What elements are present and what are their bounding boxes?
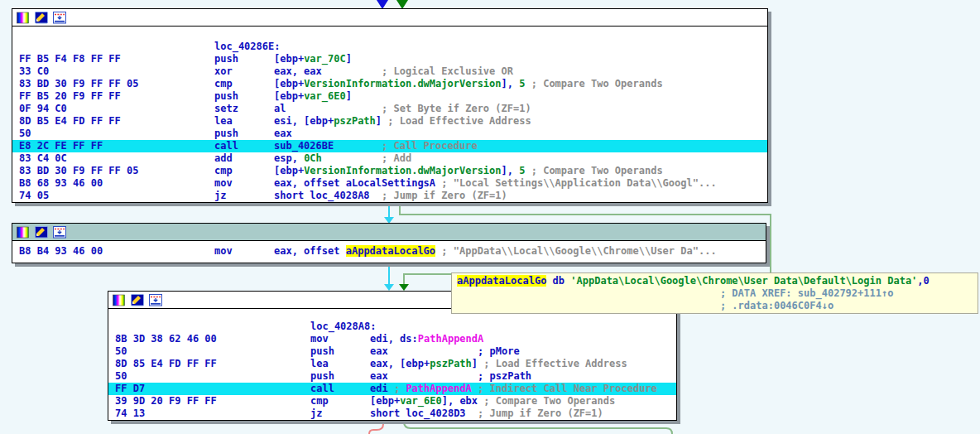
opcode-bytes: B8 68 93 46 00 (19, 177, 103, 190)
code-token: ; Compare Two Operands (483, 395, 615, 407)
node-loc_40286E: loc_40286E:FF B5 F4 F8 FF FFpush[ebp+var… (12, 8, 768, 203)
mnemonic: push (310, 345, 334, 358)
operands: eax, eax ; Logical Exclusive OR (274, 65, 513, 78)
instruction-line[interactable]: B8 B4 93 46 00moveax, offset aAppdataLoc… (12, 245, 766, 258)
operands: [ebp+VersionInformation.dwMajorVersion],… (274, 165, 663, 177)
code-token: ; Indirect Call Near Procedure (478, 383, 657, 394)
opcode-bytes: E8 2C FE FF FF (19, 140, 103, 152)
string-hint-tooltip: aAppdataLocalGo db 'AppData\Local\Google… (451, 272, 978, 314)
code-token (525, 78, 531, 89)
disassembly-listing: B8 B4 93 46 00moveax, offset aAppdataLoc… (12, 241, 766, 258)
operands: eax, [ebp+pszPath] ; Load Effective Addr… (370, 358, 627, 370)
code-token: eax, offset (274, 245, 346, 257)
mnemonic: push (214, 53, 238, 65)
code-token: [ebp+ (274, 78, 304, 89)
code-token: eax, offset aLocalSettingsA (274, 177, 435, 189)
code-token: ; Compare Two Operands (531, 78, 663, 89)
node-mov-appdata-string: B8 B4 93 46 00moveax, offset aAppdataLoc… (12, 223, 766, 263)
instruction-line[interactable]: loc_40286E: (12, 41, 767, 53)
code-token (388, 370, 478, 382)
location-label: loc_40286E: (214, 41, 280, 53)
code-token (388, 345, 478, 357)
operands: edi ; PathAppendA ; Indirect Call Near P… (370, 383, 657, 395)
code-token: esi, [ebp+ (274, 115, 334, 127)
instruction-line[interactable]: FF B5 20 F9 FF FFpush[ebp+var_6E0] (12, 90, 767, 103)
code-token (322, 152, 382, 164)
operands: [ebp+var_70C] (274, 53, 352, 65)
code-token: ; Logical Exclusive OR (382, 65, 513, 77)
code-token: al (274, 103, 286, 114)
instruction-line[interactable]: 83 C4 0Caddesp, 0Ch ; Add (12, 152, 767, 165)
edge-block3-exit-green (404, 421, 672, 434)
instruction-line[interactable]: 83 BD 30 F9 FF FF 05cmp[ebp+VersionInfor… (12, 165, 767, 177)
code-token (334, 140, 382, 152)
code-token (370, 190, 382, 201)
operands: [ebp+VersionInformation.dwMajorVersion],… (274, 78, 663, 90)
mnemonic: mov (214, 177, 233, 190)
node-title-bar[interactable] (12, 9, 767, 27)
instruction-line[interactable]: 39 9D 20 F9 FF FFcmp[ebp+var_6E0], ebx ;… (108, 395, 676, 407)
opcode-bytes: 50 (19, 128, 31, 140)
mnemonic: push (310, 370, 334, 383)
palette-icon[interactable] (17, 226, 31, 239)
code-token: esp, (274, 152, 304, 164)
instruction-line[interactable]: loc_4028A8: (108, 321, 676, 333)
edit-icon[interactable] (35, 226, 49, 239)
instruction-line[interactable]: 8B 3D 38 62 46 00movedi, ds:PathAppendA (108, 333, 676, 345)
tooltip-line: ; DATA XREF: sub_402792+111↑o (457, 287, 978, 300)
current-instruction-line[interactable]: E8 2C FE FF FFcallsub_4026BE ; Call Proc… (12, 140, 767, 152)
code-token: eax (370, 370, 388, 382)
palette-icon[interactable] (113, 294, 127, 306)
edge-block1-to-block3-arrow (399, 284, 409, 291)
instruction-line[interactable]: 83 BD 30 F9 FF FF 05cmp[ebp+VersionInfor… (12, 78, 767, 90)
instruction-line[interactable]: 8D B5 E4 FD FF FFleaesi, [ebp+pszPath] ;… (12, 115, 767, 128)
mnemonic: call (214, 140, 238, 152)
instruction-line[interactable]: 50pusheax ; pszPath (108, 370, 676, 383)
opcode-bytes: 0F 94 C0 (19, 103, 67, 115)
instruction-line[interactable]: 0F 94 C0setzal ; Set Byte if Zero (ZF=1) (12, 103, 767, 115)
code-token: ; "Local Settings\\Application Data\\Goo… (441, 177, 716, 189)
code-token: ; pMore (478, 345, 520, 357)
instruction-line[interactable]: 33 C0xoreax, eax ; Logical Exclusive OR (12, 65, 767, 78)
palette-icon[interactable] (17, 12, 31, 24)
instruction-line[interactable]: 50pusheax (12, 128, 767, 140)
code-token: ; Load Effective Address (387, 115, 531, 127)
mnemonic: setz (214, 103, 238, 115)
code-token: [ebp+ (370, 395, 400, 407)
operands: eax ; pMore (370, 345, 520, 358)
graph-icon[interactable] (53, 12, 67, 24)
instruction-line[interactable]: 74 05jzshort loc_4028A8 ; Jump if Zero (… (12, 190, 767, 202)
edge-block3-exit-red (369, 421, 383, 434)
mnemonic: add (214, 152, 233, 165)
tooltip-line: aAppdataLocalGo db 'AppData\Local\Google… (457, 275, 978, 287)
code-token: ], (502, 78, 520, 89)
code-token: ; .rdata:0046C0F4↓o (457, 300, 833, 311)
code-token: ; Compare Two Operands (531, 165, 663, 176)
edit-icon[interactable] (131, 294, 145, 306)
code-token: ; "AppData\\Local\\Google\\Chrome\\User … (441, 245, 716, 257)
node-title-bar[interactable] (12, 224, 766, 241)
opcode-bytes: B8 B4 93 46 00 (19, 245, 103, 258)
instruction-line[interactable]: FF B5 F4 F8 FF FFpush[ebp+var_70C] (12, 53, 767, 65)
highlighted-name-token[interactable]: aAppdataLocalGo (457, 275, 546, 287)
instruction-line[interactable]: 50pusheax ; pMore (108, 345, 676, 358)
current-instruction-line[interactable]: FF D7calledi ; PathAppendA ; Indirect Ca… (108, 383, 676, 395)
instruction-line[interactable]: 74 13jzshort loc_4028D3 ; Jump if Zero (… (108, 407, 676, 420)
code-token: ; DATA XREF: sub_402792+111↑o (457, 287, 893, 299)
code-token: [ebp+ (274, 90, 304, 102)
operands: sub_4026BE ; Call Procedure (274, 140, 478, 152)
edit-icon[interactable] (35, 12, 49, 24)
opcode-bytes: FF D7 (115, 383, 145, 395)
instruction-line[interactable]: B8 68 93 46 00moveax, offset aLocalSetti… (12, 177, 767, 190)
graph-icon[interactable] (149, 294, 163, 306)
operands: short loc_4028A8 ; Jump if Zero (ZF=1) (274, 190, 507, 202)
tooltip-line: ; .rdata:0046C0F4↓o (457, 300, 978, 312)
operands: eax (274, 128, 292, 140)
graph-icon[interactable] (53, 226, 67, 239)
disassembly-listing: loc_40286E:FF B5 F4 F8 FF FFpush[ebp+var… (12, 27, 767, 202)
highlighted-name-token[interactable]: aAppdataLocalGo (346, 245, 435, 257)
opcode-bytes: FF B5 F4 F8 FF FF (19, 53, 121, 65)
code-token: short loc_4028A8 (274, 190, 370, 201)
instruction-line[interactable]: 8D 85 E4 FD FF FFleaeax, [ebp+pszPath] ;… (108, 358, 676, 370)
opcode-bytes: 39 9D 20 F9 FF FF (115, 395, 217, 407)
